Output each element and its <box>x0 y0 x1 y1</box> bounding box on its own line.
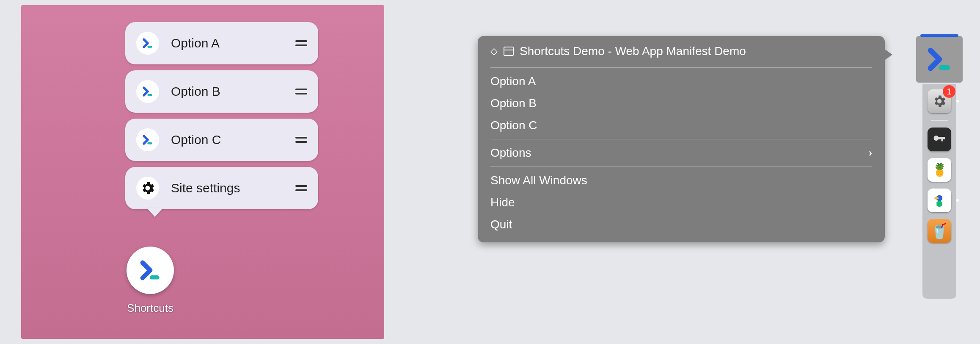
menu-item-quit[interactable]: Quit <box>478 214 885 236</box>
running-indicator-icon <box>956 199 959 202</box>
site-settings-card[interactable]: Site settings <box>125 167 318 209</box>
menu-item-label: Option A <box>490 75 536 88</box>
notification-badge: 1 <box>943 85 955 98</box>
dock-app-system-settings[interactable]: 1 <box>928 89 951 113</box>
menu-separator <box>490 166 872 167</box>
menu-separator <box>490 67 872 68</box>
menu-separator <box>490 139 872 139</box>
window-icon <box>504 47 514 56</box>
menu-item-option-b[interactable]: Option B <box>478 92 885 114</box>
gear-icon <box>136 177 159 200</box>
drag-handle-icon[interactable] <box>295 136 307 144</box>
shortcut-label: Option C <box>171 133 295 147</box>
drag-handle-icon[interactable] <box>295 39 307 47</box>
drag-handle-icon[interactable] <box>295 88 307 95</box>
menu-item-options[interactable]: Options › <box>478 142 885 164</box>
drag-handle-icon[interactable] <box>295 184 307 192</box>
shortcut-label: Option A <box>171 36 295 50</box>
menu-item-label: Quit <box>490 218 512 231</box>
dock-app-orange[interactable]: 🥤 <box>928 219 951 243</box>
menu-item-label: Option B <box>490 97 537 110</box>
dock-app-shortcuts-demo[interactable] <box>916 36 963 83</box>
menu-item-hide[interactable]: Hide <box>478 191 885 214</box>
app-logo-icon <box>127 247 174 294</box>
dock-context-menu: ◇ Shortcuts Demo - Web App Manifest Demo… <box>478 36 885 242</box>
menu-item-option-c[interactable]: Option C <box>478 114 885 136</box>
dock-strip: 1 🍍 🥤 <box>916 36 963 299</box>
menu-item-label: Option C <box>490 119 537 132</box>
shortcut-option-c[interactable]: Option C <box>125 119 318 161</box>
menu-item-show-all-windows[interactable]: Show All Windows <box>478 169 885 191</box>
shortcut-list: Option A Option B Option C Site settings <box>125 22 318 209</box>
diamond-icon: ◇ <box>490 47 498 56</box>
dock-separator <box>931 120 948 121</box>
mac-dock-area: ◇ Shortcuts Demo - Web App Manifest Demo… <box>468 36 963 299</box>
dock-background: 1 🍍 🥤 <box>922 84 956 299</box>
menu-title: Shortcuts Demo - Web App Manifest Demo <box>520 44 746 58</box>
shortcut-option-b[interactable]: Option B <box>125 70 318 113</box>
android-shortcuts-panel: Option A Option B Option C Site settings <box>21 5 384 339</box>
popover-tail-icon <box>146 208 163 217</box>
chevron-right-icon: › <box>869 147 872 159</box>
menu-item-label: Show All Windows <box>490 174 587 187</box>
menu-item-label: Options <box>490 146 531 160</box>
dock-app-pineapple[interactable]: 🍍 <box>928 158 951 182</box>
app-logo-icon <box>136 80 159 103</box>
app-launcher-label: Shortcuts <box>125 302 176 315</box>
site-settings-label: Site settings <box>171 181 295 195</box>
menu-item-option-a[interactable]: Option A <box>478 70 885 92</box>
app-launcher-icon[interactable]: Shortcuts <box>125 247 176 315</box>
menu-item-label: Hide <box>490 196 515 209</box>
dock-app-android-studio[interactable] <box>928 189 951 212</box>
running-indicator-icon <box>956 100 959 103</box>
app-logo-icon <box>136 128 159 151</box>
app-logo-icon <box>136 32 159 55</box>
shortcut-option-a[interactable]: Option A <box>125 22 318 64</box>
dock-app-keychain[interactable] <box>928 128 951 151</box>
menu-title-row[interactable]: ◇ Shortcuts Demo - Web App Manifest Demo <box>478 40 885 65</box>
shortcut-label: Option B <box>171 84 295 99</box>
